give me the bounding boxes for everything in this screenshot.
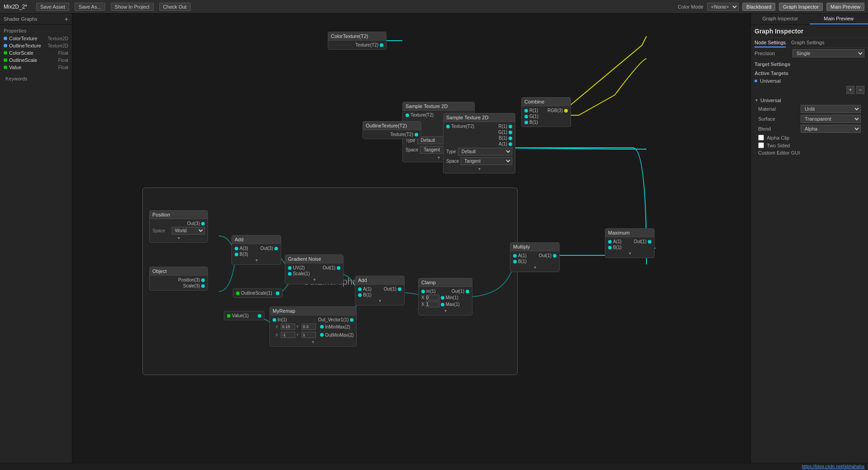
prop-color-texture[interactable]: ColorTexture Texture2D xyxy=(2,35,70,42)
sample-texture2-b-port[interactable] xyxy=(509,136,512,140)
my-remap-in-port[interactable] xyxy=(273,318,276,322)
clamp-chevron[interactable]: ▾ xyxy=(419,308,472,314)
sample-texture2-in-port[interactable] xyxy=(446,125,450,128)
maximum-b-port[interactable] xyxy=(608,246,612,249)
sample-texture2-space-select[interactable]: Tangent xyxy=(461,157,512,165)
multiply-a-port[interactable] xyxy=(513,254,517,258)
clamp-x-input[interactable] xyxy=(426,295,439,301)
position-space-label: Space xyxy=(152,228,170,233)
add-shader-graph-button[interactable]: + xyxy=(65,15,68,23)
right-panel: Graph Inspector Main Preview Graph Inspe… xyxy=(750,14,868,463)
my-remap-y1-input[interactable] xyxy=(302,324,316,330)
sample-texture2-chevron[interactable]: ▾ xyxy=(443,166,515,172)
prop-outline-texture[interactable]: OutlineTexture Texture2D xyxy=(2,42,70,49)
position-chevron[interactable]: ▾ xyxy=(150,235,208,241)
outline-scale-dot xyxy=(4,58,7,62)
universal-section-header[interactable]: ▼ Universal xyxy=(755,97,864,104)
surface-select[interactable]: Transparent Opaque xyxy=(801,115,861,123)
gradient-noise-chevron[interactable]: ▾ xyxy=(285,277,343,282)
add2-chevron[interactable]: ▾ xyxy=(355,298,404,304)
add2-out-port[interactable] xyxy=(398,287,401,291)
sample-texture1-left: Texture(T2) xyxy=(406,113,434,118)
value1-port-out[interactable] xyxy=(258,314,261,318)
outline-scale-port-in[interactable] xyxy=(236,291,240,295)
tab-main-preview[interactable]: Main Preview xyxy=(810,14,868,24)
combine-b-port[interactable] xyxy=(524,121,528,124)
multiply-out-port[interactable] xyxy=(553,254,557,258)
add2-a-port[interactable] xyxy=(358,287,362,291)
material-select[interactable]: Unlit Lit xyxy=(801,105,861,113)
clamp-y-input[interactable] xyxy=(426,301,439,307)
prop-outline-scale[interactable]: OutlineScale Float xyxy=(2,56,70,64)
sample-texture2-space-row: Space Tangent xyxy=(443,156,515,166)
sample-texture2-g-port[interactable] xyxy=(509,131,512,134)
my-remap-x1-input[interactable] xyxy=(281,324,295,330)
clamp-out-port[interactable] xyxy=(466,290,469,293)
clamp-in-port[interactable] xyxy=(421,290,425,293)
prop-color-scale[interactable]: ColorScale Float xyxy=(2,49,70,56)
check-out-button[interactable]: Check Out xyxy=(159,3,191,11)
status-url[interactable]: https://blog.csdn.net/lxbhahaha xyxy=(802,464,864,469)
position-out-right: Out(3) xyxy=(187,221,205,226)
blackboard-button[interactable]: Blackboard xyxy=(742,3,775,11)
add1-chevron[interactable]: ▾ xyxy=(232,257,281,263)
my-remap-x2-input[interactable] xyxy=(281,332,295,338)
value1-port-in[interactable] xyxy=(227,314,231,318)
add2-b-port[interactable] xyxy=(358,293,362,297)
color-texture-out-port[interactable] xyxy=(380,43,383,47)
my-remap-y2-input[interactable] xyxy=(302,332,316,338)
main-preview-button[interactable]: Main Preview xyxy=(826,3,864,11)
multiply-b-port[interactable] xyxy=(513,260,517,263)
sample-texture2-a-port[interactable] xyxy=(509,142,512,146)
sample-texture1-in-port[interactable] xyxy=(406,113,409,117)
gradient-noise-out-port[interactable] xyxy=(337,266,340,270)
remove-target-button[interactable]: − xyxy=(856,86,864,94)
outline-scale-port-out[interactable] xyxy=(276,291,279,295)
alpha-clip-checkbox[interactable] xyxy=(758,135,764,141)
my-remap-out-port[interactable] xyxy=(350,318,354,322)
save-as-button[interactable]: Save As... xyxy=(75,3,105,11)
graph-inspector-button[interactable]: Graph Inspector xyxy=(779,3,823,11)
object-position-port[interactable] xyxy=(201,278,205,282)
add-target-button[interactable]: + xyxy=(846,86,854,94)
position-header: Position xyxy=(150,211,208,219)
clamp-max-port[interactable] xyxy=(441,303,444,306)
save-asset-button[interactable]: Save Asset xyxy=(36,3,69,11)
sample-texture2-r-port[interactable] xyxy=(509,125,512,128)
maximum-a-port[interactable] xyxy=(608,240,612,244)
prop-value[interactable]: Value Float xyxy=(2,64,70,71)
sub-tab-graph-settings[interactable]: Graph Settings xyxy=(791,40,824,47)
my-remap-outminmax-port[interactable] xyxy=(320,333,324,337)
combine-r-port[interactable] xyxy=(524,109,528,113)
my-remap-chevron[interactable]: ▾ xyxy=(270,339,356,345)
combine-rgb-port[interactable] xyxy=(564,109,568,113)
add2-node: Add A(1) Out(1) B(1) xyxy=(355,276,405,306)
position-out-port[interactable] xyxy=(201,222,205,226)
maximum-chevron[interactable]: ▾ xyxy=(605,250,654,256)
gradient-noise-uv-port[interactable] xyxy=(288,266,292,270)
color-mode-select[interactable]: <None> xyxy=(707,3,739,11)
object-scale-port[interactable] xyxy=(201,284,205,288)
canvas-area[interactable]: ColorTexture(T2) Texture(T2) Sample Text… xyxy=(72,14,750,463)
outline-texture-dot xyxy=(4,44,7,47)
combine-g-port[interactable] xyxy=(524,115,528,118)
multiply-chevron[interactable]: ▾ xyxy=(510,264,559,270)
sample-texture2-type-select[interactable]: Default xyxy=(458,148,512,155)
precision-select[interactable]: Single Half Double xyxy=(793,49,864,57)
clamp-min-port[interactable] xyxy=(441,296,444,300)
maximum-out-port[interactable] xyxy=(648,240,651,244)
two-sided-checkbox[interactable] xyxy=(758,142,764,148)
sample-texture2-node: Sample Texture 2D Texture(T2) R(1) xyxy=(443,113,515,174)
position-space-select[interactable]: World xyxy=(172,227,205,235)
blend-select[interactable]: Alpha Additive Multiply xyxy=(801,125,861,133)
outline-texture-out-port[interactable] xyxy=(415,133,418,136)
gradient-noise-scale-port[interactable] xyxy=(288,272,292,276)
sub-tab-node-settings[interactable]: Node Settings xyxy=(755,40,786,47)
my-remap-inminmax-port[interactable] xyxy=(320,325,324,329)
add1-out-port[interactable] xyxy=(274,247,278,250)
add1-b-port[interactable] xyxy=(235,253,238,256)
show-in-project-button[interactable]: Show In Project xyxy=(111,3,154,11)
my-remap-x1-label: X xyxy=(275,324,280,329)
tab-graph-inspector[interactable]: Graph Inspector xyxy=(751,14,810,24)
add1-a-port[interactable] xyxy=(235,247,238,250)
